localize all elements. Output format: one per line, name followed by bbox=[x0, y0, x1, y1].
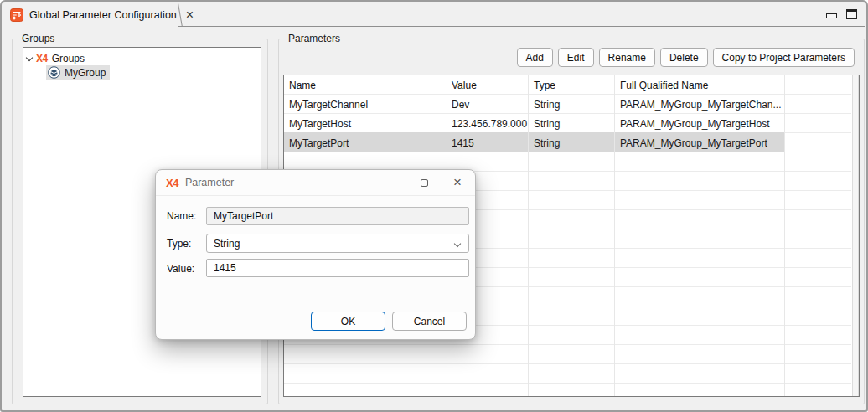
copy-to-project-parameters-button[interactable]: Copy to Project Parameters bbox=[713, 48, 855, 67]
cell-name: MyTargetChannel bbox=[284, 99, 447, 111]
dialog-window-controls: × bbox=[387, 178, 465, 188]
cell-name: MyTargetHost bbox=[284, 118, 447, 130]
maximize-icon[interactable] bbox=[421, 179, 428, 187]
x4-logo: X4 bbox=[36, 53, 48, 64]
dialog-titlebar[interactable]: X4 Parameter × bbox=[156, 170, 475, 196]
chevron-down-icon[interactable] bbox=[26, 54, 33, 60]
chevron-down-icon bbox=[454, 240, 461, 247]
tree-item-mygroup[interactable]: MyGroup bbox=[46, 65, 110, 80]
name-field[interactable] bbox=[206, 207, 469, 225]
cell-type: String bbox=[528, 99, 614, 111]
cell-fqn: PARAM_MyGroup_MyTargetChan... bbox=[614, 99, 784, 111]
dialog-title: Parameter bbox=[185, 177, 234, 188]
cell-value: Dev bbox=[447, 99, 528, 111]
type-label: Type: bbox=[167, 238, 191, 250]
minimize-icon[interactable] bbox=[387, 183, 395, 183]
type-dropdown-value: String bbox=[214, 238, 240, 250]
view-minimize-icon[interactable] bbox=[826, 13, 837, 18]
tree-item-selected[interactable]: MyGroup bbox=[46, 65, 110, 80]
group-layers-icon bbox=[48, 66, 60, 79]
value-label: Value: bbox=[167, 263, 194, 275]
parameter-config-icon bbox=[10, 8, 23, 22]
cell-fqn: PARAM_MyGroup_MyTargetPort bbox=[614, 137, 784, 149]
app-window: Global Parameter Configuration × Groups … bbox=[0, 0, 868, 412]
table-row[interactable]: MyTargetChannel Dev String PARAM_MyGroup… bbox=[284, 95, 792, 114]
cell-value: 123.456.789.000 bbox=[447, 118, 528, 130]
cell-value: 1415 bbox=[447, 137, 528, 149]
tree-root-label: Groups bbox=[52, 53, 85, 64]
cell-name: MyTargetPort bbox=[284, 137, 447, 149]
column-header-value[interactable]: Value bbox=[447, 80, 528, 91]
column-header-name[interactable]: Name bbox=[284, 80, 447, 91]
delete-button[interactable]: Delete bbox=[660, 48, 708, 67]
tab-edge bbox=[178, 3, 183, 27]
parameter-dialog: X4 Parameter × Name: Type: String Value:… bbox=[155, 169, 476, 340]
tree-child-label: MyGroup bbox=[65, 67, 106, 79]
tab-global-parameter-configuration[interactable]: Global Parameter Configuration × bbox=[3, 3, 176, 26]
view-maximize-icon[interactable] bbox=[846, 9, 857, 19]
cell-type: String bbox=[528, 137, 614, 149]
groups-groupbox-title: Groups bbox=[18, 33, 58, 44]
tree-item-groups-root[interactable]: X4 Groups bbox=[27, 51, 85, 66]
cell-type: String bbox=[528, 118, 614, 130]
name-label: Name: bbox=[167, 210, 196, 222]
type-dropdown[interactable]: String bbox=[206, 234, 469, 253]
value-field[interactable] bbox=[206, 259, 469, 277]
parameters-groupbox-title: Parameters bbox=[285, 33, 344, 44]
tab-close-icon[interactable]: × bbox=[184, 9, 195, 21]
x4-logo: X4 bbox=[166, 177, 178, 189]
ok-button[interactable]: OK bbox=[311, 312, 385, 331]
table-header-row: Name Value Type Full Qualified Name bbox=[284, 75, 792, 95]
vertical-scrollbar[interactable] bbox=[852, 75, 859, 396]
cancel-button[interactable]: Cancel bbox=[392, 312, 467, 331]
cell-fqn: PARAM_MyGroup_MyTargetHost bbox=[614, 118, 784, 130]
parameters-toolbar: Add Edit Rename Delete Copy to Project P… bbox=[517, 48, 855, 67]
rename-button[interactable]: Rename bbox=[599, 48, 655, 67]
table-row-selected[interactable]: MyTargetPort 1415 String PARAM_MyGroup_M… bbox=[284, 133, 792, 152]
close-icon[interactable]: × bbox=[453, 178, 462, 188]
add-button[interactable]: Add bbox=[517, 48, 553, 67]
tabstrip-divider bbox=[178, 26, 865, 27]
table-row[interactable]: MyTargetHost 123.456.789.000 String PARA… bbox=[284, 114, 792, 133]
column-header-type[interactable]: Type bbox=[528, 80, 614, 91]
edit-button[interactable]: Edit bbox=[558, 48, 594, 67]
tab-title: Global Parameter Configuration bbox=[29, 9, 177, 21]
column-header-fqn[interactable]: Full Qualified Name bbox=[614, 80, 784, 91]
